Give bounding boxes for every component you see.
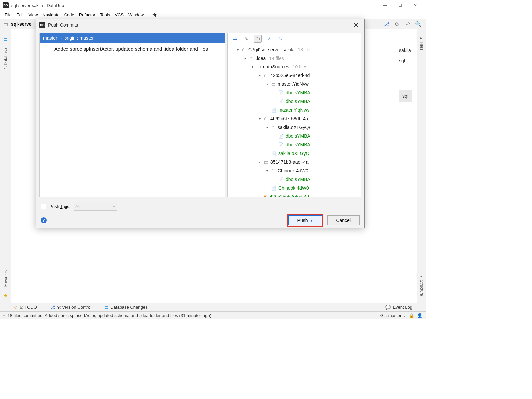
push-commits-dialog: DG Push Commits ✕ master → origin : mast… [36,19,365,228]
menu-navigate[interactable]: Navigate [40,12,61,18]
group-by-directory-icon[interactable]: 🗀 [254,35,262,43]
tree-row[interactable]: ▾🗀sakila.oXLGyQ\ [230,123,359,132]
menu-refactor[interactable]: Refactor [77,12,97,18]
cancel-button[interactable]: Cancel [327,215,360,225]
tree-row[interactable]: ▾🗀851471b3-aaef-4a [230,158,359,166]
lock-icon[interactable]: 🔒 [409,313,414,318]
commit-message[interactable]: Added sproc spInsertActor, updated schem… [40,43,225,55]
menu-view[interactable]: View [26,12,40,18]
tree-row[interactable]: 📄master.YiqNvw [230,106,359,114]
tree-row[interactable]: 📄sakila.oXLGyQ. [230,149,359,158]
dialog-title: Push Commits [48,22,348,28]
database-icon: ≣ [3,36,8,42]
databasechanges-toolwindow[interactable]: ≣Database Changes [105,305,147,310]
edit-source-icon[interactable]: ✎ [242,35,250,43]
tree-node-label: dbo.sYMBA [286,133,310,139]
menu-window[interactable]: Window [126,12,146,18]
xml-file-icon: ◧ [264,194,268,197]
eventlog-toolwindow[interactable]: 💬Event Log [385,305,412,310]
undo-icon[interactable]: ↶ [404,20,412,28]
push-button[interactable]: Push▼ [288,215,322,225]
tree-row[interactable]: ▾🗀.idea14 files [230,54,359,63]
menu-code[interactable]: Code [62,12,76,18]
tree-row[interactable]: 📄Chinook.4dW0 [230,184,359,192]
folder-icon: 🗀 [271,81,276,87]
database-toolwindow[interactable]: 1: Database [3,48,8,69]
tree-row[interactable]: 📄dbo.sYMBA [230,88,359,97]
titlebar: DG sql-server-sakila - DataGrip — ☐ ✕ [0,0,426,11]
bottom-toolwindow-bar: ☺6: TODO ⎇9: Version Control ≣Database C… [0,303,426,311]
right-toolwindow-bar: 2: Files 7: Structure [417,29,426,303]
tree-row[interactable]: 📄dbo.sYMBA [230,175,359,184]
favorites-toolwindow[interactable]: Favorites [3,270,8,287]
file-tree-panel: ⇄ ✎ 🗀 ⤢ ⤡ ▾🗀C:\git\sql-server-sakila18 f… [227,33,361,197]
dialog-app-icon: DG [39,22,45,28]
file-icon: 📄 [278,99,284,104]
file-icon: 📄 [278,90,284,95]
tree-node-label: dbo.sYMBA [286,99,310,104]
person-icon[interactable]: 👤 [417,313,422,318]
menu-tools[interactable]: Tools [98,12,112,18]
maximize-button[interactable]: ☐ [392,0,408,11]
structure-toolwindow[interactable]: 7: Structure [419,274,424,296]
files-toolwindow[interactable]: 2: Files [419,36,424,50]
tree-row[interactable]: ▾🗀4b62c6f7-58db-4a [230,114,359,123]
chevron-down-icon: ▾ [250,65,254,69]
push-button-highlight: Push▼ [287,214,324,227]
file-tree-toolbar: ⇄ ✎ 🗀 ⤢ ⤡ [228,33,361,44]
tree-node-count: 10 files [293,64,307,69]
expand-all-icon[interactable]: ⤢ [265,35,273,43]
tree-node-label: master.YiqNvw [278,107,309,113]
project-name[interactable]: sql-serve [11,21,31,27]
menu-vcs[interactable]: VCS [113,12,126,18]
chevron-down-icon: ▾ [258,117,262,121]
tree-row[interactable]: ▾🗀42b525e5-84ed-4d [230,71,359,80]
background-text: sakila sql sql [399,45,412,102]
todo-toolwindow[interactable]: ☺6: TODO [13,305,37,310]
tree-row[interactable]: ▾🗀Chinook.4dW0 [230,166,359,175]
app-icon: DG [3,2,9,8]
toolwindow-toggle-icon[interactable]: ▫ [3,313,5,318]
menu-file[interactable]: File [3,12,14,18]
star-icon: ★ [3,293,8,299]
tree-node-label: dbo.sYMBA [286,142,310,147]
tree-node-label: Chinook.4dW0 [278,185,309,191]
search-icon[interactable]: 🔍 [414,20,422,28]
tree-row[interactable]: ▾🗀C:\git\sql-server-sakila18 file [230,45,359,54]
file-icon: 📄 [271,108,276,113]
tree-node-label: 851471b3-aaef-4a [270,159,308,165]
menu-help[interactable]: Help [146,12,159,18]
dialog-close-button[interactable]: ✕ [351,21,361,29]
tree-row[interactable]: 📄dbo.sYMBA [230,132,359,140]
compare-icon[interactable]: ⇄ [231,35,239,43]
tree-node-label: C:\git\sql-server-sakila [248,47,294,52]
tree-node-label: .idea [256,56,266,61]
push-tags-select[interactable]: All [74,202,117,211]
minimize-button[interactable]: — [377,0,392,11]
file-icon: 📄 [278,177,284,182]
help-button[interactable]: ? [41,217,47,223]
branch-icon[interactable]: ⎇ [382,20,390,28]
collapse-all-icon[interactable]: ⤡ [276,35,284,43]
file-tree[interactable]: ▾🗀C:\git\sql-server-sakila18 file▾🗀.idea… [228,44,361,197]
folder-icon: 🗀 [249,56,254,61]
tree-row[interactable]: 📄dbo.sYMBA [230,97,359,106]
chevron-down-icon: ▾ [258,74,262,77]
push-tags-checkbox[interactable] [41,204,46,209]
close-button[interactable]: ✕ [408,0,423,11]
file-icon: 📄 [271,186,276,191]
status-bar: ▫ 18 files committed: Added sproc spInse… [0,311,426,319]
tree-row[interactable]: 📄dbo.sYMBA [230,140,359,149]
tree-row[interactable]: ▾🗀master.YiqNvw [230,80,359,88]
folder-icon: 🗀 [256,64,261,69]
branch-header[interactable]: master → origin : master [40,33,225,43]
tree-row[interactable]: ◧42b525e5-84ed-4d [230,192,359,197]
dialog-titlebar: DG Push Commits ✕ [36,19,364,31]
menu-edit[interactable]: Edit [14,12,26,18]
folder-icon: 🗀 [264,116,268,121]
tree-row[interactable]: ▾🗀dataSources10 files [230,63,359,71]
update-icon[interactable]: ⟳ [393,20,401,28]
versioncontrol-toolwindow[interactable]: ⎇9: Version Control [50,305,91,310]
git-branch-widget[interactable]: Git: master ⌄ [380,313,406,318]
tree-node-label: dataSources [263,64,289,69]
